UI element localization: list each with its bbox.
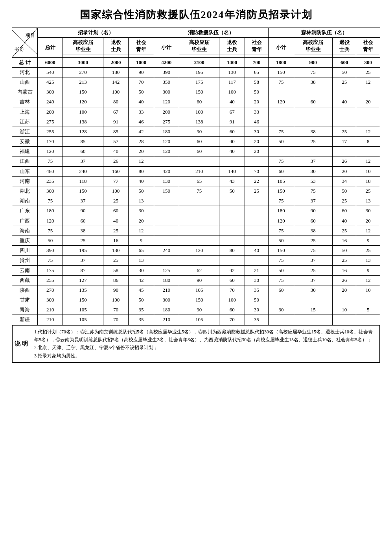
data-cell: 4200 [154, 57, 179, 67]
data-cell [179, 256, 219, 265]
data-cell: 120 [269, 216, 294, 226]
data-cell [219, 236, 245, 245]
data-cell: 21 [245, 265, 268, 275]
data-cell: 150 [63, 87, 103, 97]
data-cell: 240 [63, 166, 103, 176]
data-cell: 70 [219, 315, 245, 325]
data-cell: 5 [356, 305, 380, 315]
data-cell: 75 [269, 127, 294, 136]
data-cell: 180 [38, 206, 63, 216]
province-cell: 西藏 [12, 275, 38, 285]
data-cell: 130 [219, 67, 245, 77]
data-cell: 140 [219, 166, 245, 176]
data-cell: 80 [129, 166, 154, 176]
data-cell: 75 [294, 186, 332, 196]
data-cell: 37 [294, 196, 332, 206]
data-cell [333, 87, 356, 97]
data-cell: 120 [154, 97, 179, 107]
data-cell: 75 [38, 156, 63, 166]
data-cell: 275 [154, 117, 179, 127]
data-cell: 25 [333, 196, 356, 206]
data-cell: 60 [63, 216, 103, 226]
data-cell: 180 [269, 206, 294, 216]
data-cell: 100 [63, 107, 103, 117]
data-cell: 67 [103, 107, 128, 117]
data-cell: 60 [219, 127, 245, 136]
data-cell: 50 [269, 236, 294, 245]
data-cell [179, 236, 219, 245]
data-cell [219, 156, 245, 166]
table-row: 广西120604020120604020 [12, 216, 380, 226]
sub-header-2: 高校应届毕业生 [63, 38, 103, 55]
data-cell: 90 [129, 67, 154, 77]
data-cell [179, 226, 219, 236]
table-row: 四川390195130652401208040150755025 [12, 246, 380, 256]
data-cell: 300 [356, 57, 380, 67]
province-cell: 湖南 [12, 196, 38, 206]
data-cell: 50 [245, 295, 268, 305]
data-cell: 100 [103, 87, 128, 97]
data-cell: 390 [38, 246, 63, 256]
sub-header-9: 小计 [269, 38, 294, 57]
data-cell [356, 107, 380, 117]
data-cell: 33 [129, 107, 154, 117]
data-cell: 300 [38, 295, 63, 305]
data-cell: 135 [63, 285, 103, 295]
sub-header-1: 总计 [38, 38, 63, 57]
col-group-1: 招录计划（名） [38, 28, 154, 38]
data-cell: 75 [269, 196, 294, 206]
data-cell: 50 [219, 186, 245, 196]
data-cell: 12 [356, 77, 380, 87]
sub-header-12: 社会青年 [356, 38, 380, 55]
data-cell: 20 [245, 147, 268, 156]
province-cell: 山西 [12, 77, 38, 87]
data-cell: 150 [63, 186, 103, 196]
data-cell [294, 117, 332, 127]
data-cell: 42 [129, 127, 154, 136]
data-cell: 65 [179, 176, 219, 186]
data-cell: 90 [179, 127, 219, 136]
data-cell: 53 [294, 176, 332, 186]
data-cell: 77 [103, 176, 128, 186]
sub-header-8: 社会青年 [245, 38, 268, 55]
data-cell: 270 [38, 285, 63, 295]
province-cell: 湖北 [12, 186, 38, 196]
data-cell: 25 [245, 186, 268, 196]
data-cell: 40 [219, 137, 245, 147]
data-cell: 60 [269, 166, 294, 176]
data-cell [333, 117, 356, 127]
sub-header-4: 社会青年 [129, 38, 154, 55]
data-cell [245, 216, 268, 226]
data-cell: 91 [103, 117, 128, 127]
data-cell: 210 [38, 305, 63, 315]
data-cell: 35 [245, 315, 268, 325]
data-cell: 26 [333, 156, 356, 166]
sub-header-3b [103, 55, 128, 57]
data-cell: 127 [63, 275, 103, 285]
province-cell: 云南 [12, 265, 38, 275]
data-cell: 38 [294, 127, 332, 136]
data-cell: 480 [38, 166, 63, 176]
table-row: 陕西2701359045210105703560302010 [12, 285, 380, 295]
data-cell [245, 156, 268, 166]
data-cell: 75 [294, 67, 332, 77]
data-cell: 10 [356, 166, 380, 176]
province-cell: 贵州 [12, 256, 38, 265]
data-cell: 12 [356, 275, 380, 285]
data-cell: 90 [294, 206, 332, 216]
data-cell: 17 [333, 137, 356, 147]
data-cell: 60 [333, 206, 356, 216]
data-cell: 75 [179, 186, 219, 196]
data-cell: 210 [154, 315, 179, 325]
data-cell: 180 [154, 275, 179, 285]
data-cell: 20 [333, 285, 356, 295]
data-cell: 105 [179, 285, 219, 295]
data-cell: 20 [129, 147, 154, 156]
data-cell [154, 256, 179, 265]
data-cell [269, 315, 294, 325]
data-cell: 25 [103, 196, 128, 206]
data-cell: 75 [269, 256, 294, 265]
data-cell: 25 [356, 67, 380, 77]
table-row: 吉林2401208040120604020120604020 [12, 97, 380, 107]
data-cell [269, 117, 294, 127]
